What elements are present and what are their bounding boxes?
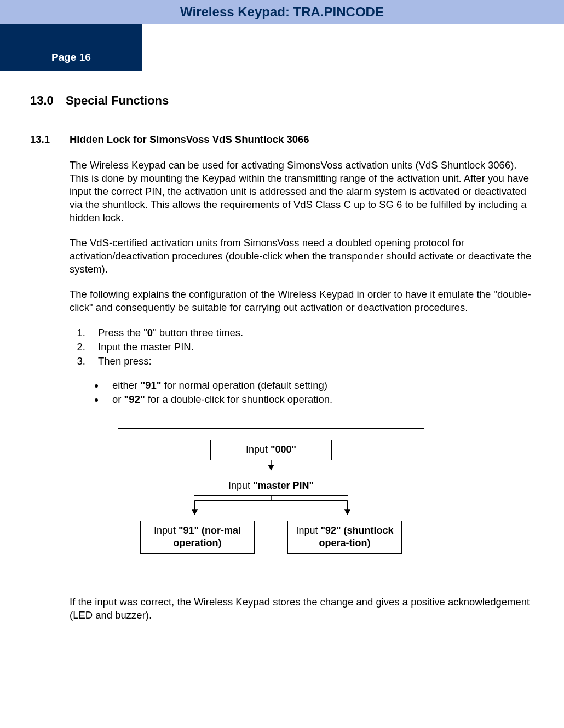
bullet-list: either "91" for normal operation (defaul… <box>88 379 534 406</box>
diagram-node-91: Input "91" (nor-mal operation) <box>140 521 255 554</box>
paragraph: The VdS-certified activation units from … <box>70 236 534 276</box>
step-item: Input the master PIN. <box>88 340 534 354</box>
step-item: Then press: <box>88 355 534 368</box>
subsection-heading: 13.1Hidden Lock for SimonsVoss VdS Shunt… <box>30 133 534 146</box>
section-heading: 13.0Special Functions <box>30 93 534 109</box>
step-item: Press the "0" button three times. <box>88 326 534 339</box>
subsection-number: 13.1 <box>30 133 70 146</box>
diagram-node-92: Input "92" (shuntlock opera-tion) <box>287 521 402 554</box>
flow-diagram: Input "000" Input "master PIN" Input "91… <box>118 428 424 568</box>
bullet-item: either "91" for normal operation (defaul… <box>105 379 534 392</box>
ordered-steps: Press the "0" button three times. Input … <box>70 326 534 368</box>
paragraph: The Wireless Keypad can be used for acti… <box>70 159 534 224</box>
page-number-badge: Page 16 <box>0 44 142 71</box>
diagram-node-input-000: Input "000" <box>210 440 332 460</box>
document-title: Wireless Keypad: TRA.PINCODE <box>0 0 564 24</box>
paragraph: If the input was correct, the Wireless K… <box>70 596 534 622</box>
diagram-node-master-pin: Input "master PIN" <box>194 476 348 496</box>
subsection-title: Hidden Lock for SimonsVoss VdS Shuntlock… <box>70 134 309 145</box>
bullet-item: or "92" for a double-click for shuntlock… <box>105 393 534 406</box>
page-content: 13.0Special Functions 13.1Hidden Lock fo… <box>0 71 564 650</box>
paragraph: The following explains the configuration… <box>70 288 534 314</box>
header-spacer <box>0 24 142 44</box>
section-title: Special Functions <box>66 94 169 107</box>
section-number: 13.0 <box>30 93 66 109</box>
